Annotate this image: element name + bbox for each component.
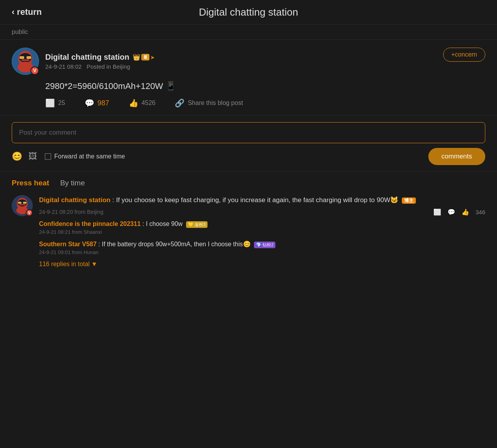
forward-checkbox-row[interactable]: Forward at the same time: [45, 153, 125, 160]
header: ‹ return Digital chatting station: [0, 0, 497, 25]
reply-text: Confidence is the pinnacle 202311 : I ch…: [39, 220, 485, 228]
svg-rect-12: [23, 202, 27, 204]
post-meta: 24-9-21 08:02 Posted in Beijing: [45, 63, 155, 70]
author-info: Digital chatting station 👑 Ⅲ ➤ 24-9-21 0…: [45, 53, 155, 70]
avatar-verified-badge: V: [30, 66, 39, 75]
level-badge: Ⅲ: [141, 54, 149, 60]
reply-content: : I choose 90w: [142, 220, 183, 227]
comment-like-count: 346: [476, 209, 485, 215]
show-more-replies[interactable]: 116 replies in total ▼: [39, 261, 485, 268]
comment-submit-button[interactable]: comments: [428, 148, 485, 165]
comment-author-name: Digital chatting station: [39, 196, 110, 204]
crown-badge: 👑 Ⅲ ➤: [133, 53, 155, 61]
reply-author: Confidence is the pinnacle 202311: [39, 220, 141, 227]
post-actions: ⬜ 25 💬 987 👍 4526 🔗 Share this blog post: [12, 98, 485, 108]
crown-icon: 👑: [133, 53, 140, 61]
comment-content: : If you choose to keep fast charging, i…: [112, 196, 399, 204]
comments-list: V Digital chatting station : If you choo…: [0, 191, 497, 279]
comment-text: Digital chatting station : If you choose…: [39, 195, 485, 205]
reply-text-2: Southern Star V587 : If the battery drop…: [39, 240, 485, 248]
chevron-down-icon: ▼: [91, 261, 98, 268]
arrow-badge: ➤: [150, 54, 155, 60]
gold-badge: 💛 金粉3: [186, 221, 208, 228]
author-row: V Digital chatting station 👑 Ⅲ ➤ 24-9-21…: [12, 48, 155, 75]
post-date: 24-9-21 08:02: [45, 63, 82, 70]
author-name-row: Digital chatting station 👑 Ⅲ ➤: [45, 53, 155, 62]
comment-avatar: V: [12, 195, 33, 216]
comment-like-icon[interactable]: 👍: [462, 208, 469, 216]
avatar: V: [12, 48, 39, 75]
svg-rect-11: [18, 202, 21, 204]
page-title: Digital chatting station: [199, 6, 298, 18]
like-action[interactable]: 👍 4526: [129, 98, 156, 108]
post-card: V Digital chatting station 👑 Ⅲ ➤ 24-9-21…: [0, 40, 497, 116]
comment-reply-icon[interactable]: 💬: [447, 208, 455, 216]
comment-input[interactable]: [12, 122, 485, 143]
post-content: 2980*2=5960/6100mAh+120W 📱: [12, 81, 485, 91]
comment-meta: 24-9-21 08:20 from Beijing: [39, 209, 103, 215]
like-count: 4526: [142, 100, 156, 107]
svg-rect-3: [20, 56, 24, 59]
svg-rect-5: [21, 59, 29, 61]
post-header: V Digital chatting station 👑 Ⅲ ➤ 24-9-21…: [12, 48, 485, 75]
host-badge: 博主: [402, 197, 416, 204]
replies-container: Confidence is the pinnacle 202311 : I ch…: [39, 220, 485, 268]
emoji-icon[interactable]: 😊: [12, 151, 22, 162]
svg-rect-4: [27, 56, 31, 59]
svg-rect-13: [19, 204, 25, 205]
concern-button[interactable]: +concern: [443, 48, 485, 62]
comment-tools: 😊 🖼 Forward at the same time comments: [12, 148, 485, 165]
forward-label: Forward at the same time: [54, 153, 125, 160]
forward-checkbox[interactable]: [45, 153, 51, 160]
author-name: Digital chatting station: [45, 53, 130, 62]
comment-action[interactable]: 💬 987: [85, 98, 109, 108]
reply-meta: 24-9-21 08:21 from Shaanxi: [39, 229, 485, 235]
purple-badge: 💎 钻粉2: [254, 242, 275, 248]
post-location: Posted in Beijing: [87, 63, 130, 70]
reply-author-2: Southern Star V587: [39, 241, 97, 247]
comment-avatar-verified: V: [26, 209, 33, 216]
share-blog-icon: 🔗: [175, 98, 185, 108]
reply-item: Confidence is the pinnacle 202311 : I ch…: [39, 220, 485, 235]
comment-item: V Digital chatting station : If you choo…: [12, 195, 485, 268]
comment-icon: 💬: [85, 98, 94, 108]
visibility-label: public: [0, 25, 497, 40]
comment-section: 😊 🖼 Forward at the same time comments: [0, 116, 497, 172]
share-action[interactable]: ⬜ 25: [45, 98, 65, 108]
image-icon[interactable]: 🖼: [28, 151, 37, 162]
comment-count: 987: [98, 99, 109, 107]
tabs-row: Press heat By time: [0, 172, 497, 191]
share-count: 25: [58, 100, 65, 107]
comment-actions-row: 24-9-21 08:20 from Beijing ⬜ 💬 👍 346: [39, 208, 485, 216]
comment-body: Digital chatting station : If you choose…: [39, 195, 485, 268]
share-blog-action[interactable]: 🔗 Share this blog post: [175, 98, 243, 108]
reply-item-2: Southern Star V587 : If the battery drop…: [39, 240, 485, 255]
return-button[interactable]: ‹ return: [12, 7, 42, 17]
share-icon: ⬜: [45, 98, 55, 108]
like-icon: 👍: [129, 98, 138, 108]
reply-meta-2: 24-9-21 09:01 from Hunan: [39, 249, 485, 255]
more-replies-label: 116 replies in total: [39, 261, 90, 268]
return-label: return: [17, 7, 42, 17]
share-blog-label: Share this blog post: [188, 100, 243, 107]
comment-share-icon[interactable]: ⬜: [433, 208, 441, 216]
tab-press-heat[interactable]: Press heat: [12, 179, 49, 187]
comment-action-icons: ⬜ 💬 👍 346: [433, 208, 485, 216]
chevron-left-icon: ‹: [12, 7, 14, 17]
tab-by-time[interactable]: By time: [60, 179, 85, 187]
reply-content-2: : If the battery drops 90w+500mA, then I…: [98, 241, 250, 247]
